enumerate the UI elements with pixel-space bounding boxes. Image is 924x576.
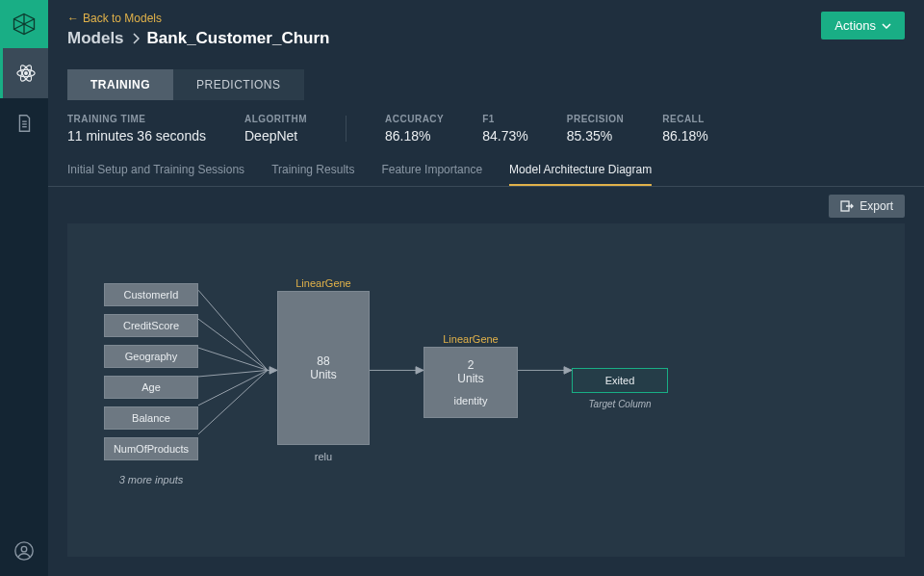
output-node: Exited Target Column xyxy=(572,368,668,409)
export-icon xyxy=(840,200,854,212)
breadcrumb-models[interactable]: Models xyxy=(67,29,124,48)
app-logo xyxy=(0,0,48,48)
subtab-initial-setup[interactable]: Initial Setup and Training Sessions xyxy=(67,157,244,186)
actions-label: Actions xyxy=(834,18,876,33)
input-creditscore: CreditScore xyxy=(104,314,198,337)
layer-2: LinearGene 2 Units identity xyxy=(424,347,518,418)
svg-point-7 xyxy=(24,72,27,75)
subtab-model-architecture[interactable]: Model Architecture Diagram xyxy=(509,157,652,186)
stat-label: F1 xyxy=(482,114,527,124)
layer-2-title: LinearGene xyxy=(443,333,499,345)
chevron-right-icon xyxy=(132,33,140,44)
stat-value: 86.18% xyxy=(662,128,707,144)
stat-algorithm: ALGORITHM DeepNet xyxy=(244,114,307,144)
model-architecture-diagram: CustomerId CreditScore Geography Age Bal… xyxy=(67,223,905,557)
svg-point-12 xyxy=(21,546,27,552)
stat-label: TRAINING TIME xyxy=(67,114,206,124)
sidebar-item-documents[interactable] xyxy=(0,98,48,148)
export-button[interactable]: Export xyxy=(829,195,905,218)
layer-1-activation: relu xyxy=(315,451,332,462)
layer-1: LinearGene 88 Units relu xyxy=(277,291,370,462)
sidebar xyxy=(0,0,48,576)
tab-training[interactable]: TRAINING xyxy=(67,69,173,100)
input-geography: Geography xyxy=(104,345,198,368)
output-box: Exited xyxy=(572,368,668,393)
stat-label: RECALL xyxy=(662,114,707,124)
svg-line-19 xyxy=(198,370,268,433)
layer-1-units-num: 88 xyxy=(317,354,329,368)
stat-label: ALGORITHM xyxy=(244,114,307,124)
stat-f1: F1 84.73% xyxy=(482,114,527,144)
chevron-down-icon xyxy=(882,23,891,29)
breadcrumb: Models Bank_Customer_Churn xyxy=(67,29,329,48)
svg-line-14 xyxy=(198,290,268,370)
svg-marker-25 xyxy=(564,367,572,374)
layer-2-units-word: Units xyxy=(457,372,483,385)
main-content: ← Back to Models Models Bank_Customer_Ch… xyxy=(48,0,924,576)
svg-line-17 xyxy=(198,370,268,377)
svg-line-15 xyxy=(198,319,268,370)
top-tabs: TRAINING PREDICTIONS xyxy=(48,56,924,100)
stat-recall: RECALL 86.18% xyxy=(662,114,707,144)
back-label: Back to Models xyxy=(83,12,162,25)
output-sublabel: Target Column xyxy=(588,399,651,409)
back-to-models-link[interactable]: ← Back to Models xyxy=(67,12,329,25)
stat-accuracy: ACCURACY 86.18% xyxy=(385,114,444,144)
stat-value: 84.73% xyxy=(482,128,527,144)
svg-line-18 xyxy=(198,370,268,405)
stat-value: 85.35% xyxy=(567,128,625,144)
document-icon xyxy=(13,113,35,134)
svg-marker-23 xyxy=(416,367,424,374)
input-customerid: CustomerId xyxy=(104,283,198,306)
sidebar-item-user[interactable] xyxy=(0,526,48,576)
input-balance: Balance xyxy=(104,406,198,430)
subtab-training-results[interactable]: Training Results xyxy=(271,157,354,186)
subtab-feature-importance[interactable]: Feature Importance xyxy=(381,157,482,186)
input-column: CustomerId CreditScore Geography Age Bal… xyxy=(104,283,198,491)
subtabs: Initial Setup and Training Sessions Trai… xyxy=(48,153,924,187)
layer-1-title: LinearGene xyxy=(295,277,351,289)
actions-button[interactable]: Actions xyxy=(821,12,905,39)
layer-2-units-num: 2 xyxy=(468,358,475,372)
stat-value: 11 minutes 36 seconds xyxy=(67,128,206,144)
stat-value: 86.18% xyxy=(385,128,444,144)
stat-label: ACCURACY xyxy=(385,114,444,124)
stats-row: TRAINING TIME 11 minutes 36 seconds ALGO… xyxy=(48,100,924,153)
layer-1-box: 88 Units xyxy=(277,291,370,445)
stat-value: DeepNet xyxy=(244,128,307,144)
stat-training-time: TRAINING TIME 11 minutes 36 seconds xyxy=(67,114,206,144)
page-header: ← Back to Models Models Bank_Customer_Ch… xyxy=(48,0,924,56)
export-label: Export xyxy=(860,199,893,213)
sidebar-item-models[interactable] xyxy=(0,48,48,98)
user-circle-icon xyxy=(13,540,35,562)
svg-point-11 xyxy=(15,542,33,560)
input-numofproducts: NumOfProducts xyxy=(104,437,198,460)
stat-precision: PRECISION 85.35% xyxy=(567,114,625,144)
atom-icon xyxy=(15,63,37,84)
layer-2-activation: identity xyxy=(454,395,488,406)
svg-marker-21 xyxy=(270,367,277,374)
logo-icon xyxy=(11,11,38,38)
stat-label: PRECISION xyxy=(567,114,625,124)
arrow-left-icon: ← xyxy=(67,12,79,25)
input-age: Age xyxy=(104,376,198,399)
input-more-inputs[interactable]: 3 more inputs xyxy=(104,468,198,491)
svg-line-16 xyxy=(198,348,268,370)
breadcrumb-current: Bank_Customer_Churn xyxy=(147,29,330,48)
layer-2-box: 2 Units identity xyxy=(424,347,518,418)
tab-predictions[interactable]: PREDICTIONS xyxy=(173,69,304,100)
layer-1-units-word: Units xyxy=(310,368,336,381)
